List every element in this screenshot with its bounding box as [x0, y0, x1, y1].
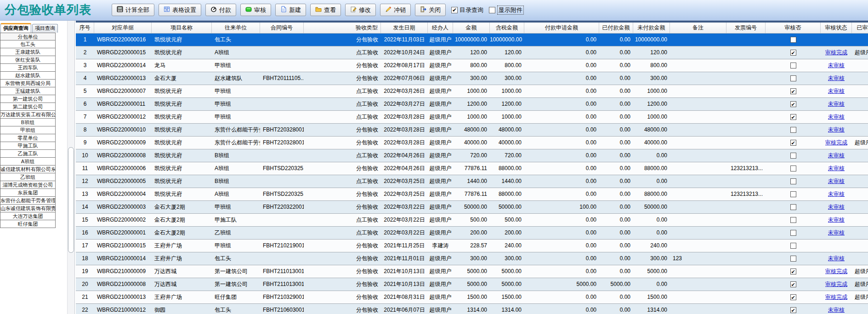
status-link[interactable]: 未审核 [828, 178, 845, 184]
column-header-invoice_no[interactable]: 发票编号 [726, 23, 766, 33]
table-row[interactable]: 1WBRGD220000016凯悦状元府包工头分包验收2022年11月03日超级… [76, 34, 868, 46]
approved-checkbox[interactable]: ✔ [790, 114, 796, 120]
column-header-remark[interactable]: 备注 [670, 23, 726, 33]
supplier-list-item[interactable]: 乙班组 [0, 173, 56, 181]
column-header-accept_type[interactable]: 验收类型 [304, 23, 381, 33]
new-document-button[interactable]: 新建 [275, 4, 306, 16]
supplier-list-item[interactable]: 诚信建筑材料有限公司东营 [0, 166, 56, 173]
column-header-paid[interactable]: 已付款金额 [599, 23, 633, 33]
table-row[interactable]: 18WBRGD210000014王府井广场包工头分包验收2021年11月01日超… [76, 252, 868, 265]
column-header-operator[interactable]: 经办人 [428, 23, 453, 33]
payment-button[interactable]: 付款 [205, 4, 236, 16]
supplier-list-item[interactable]: 东营物资局西城分局 [0, 80, 56, 87]
supplier-list-item[interactable]: 第二建筑公司 [0, 103, 56, 111]
table-row[interactable]: 7WBRGD220000012凯悦状元府甲班组点工验收2022年03月28日超级… [76, 111, 868, 124]
approved-checkbox[interactable] [790, 75, 796, 81]
column-header-approver[interactable]: 已审核人 [852, 23, 868, 33]
status-link[interactable]: 未审核 [828, 229, 845, 236]
table-row[interactable]: 3WBRGD220000014龙马甲班组分包验收2022年08月17日超级用户8… [76, 59, 868, 72]
supplier-list-item[interactable]: 甲施工队 [0, 142, 56, 150]
table-row[interactable]: 8WBRGD220000010凯悦状元府东营什么都能干劳务管...FBHT220… [76, 124, 868, 137]
status-link[interactable]: 未审核 [828, 101, 845, 107]
approved-checkbox[interactable] [790, 166, 796, 171]
supplier-list-item[interactable]: 东辰集团 [0, 189, 56, 197]
table-row[interactable]: 21WBRGD210000013王府井广场旺仔集团FBHT210329001分包… [76, 291, 868, 304]
column-header-date[interactable]: 发生日期 [381, 23, 428, 33]
table-row[interactable]: 6WBRGD220000011凯悦状元府甲班组点工验收2022年03月27日超级… [76, 98, 868, 111]
table-row[interactable]: 4WBRGD220000013金石大厦赵水建筑队FBHT20111105...分… [76, 72, 868, 85]
column-header-tax_amount[interactable]: 含税金额 [490, 23, 524, 33]
status-link[interactable]: 未审核 [828, 307, 845, 313]
column-header-amount[interactable]: 金额 [453, 23, 490, 33]
table-row[interactable]: 16WBRGD220000001金石大厦2期乙班组点工验收2022年03月22日… [76, 227, 868, 240]
supplier-list-item[interactable]: A班组 [0, 158, 56, 166]
approved-checkbox[interactable] [790, 63, 796, 69]
writeoff-pencil-button[interactable]: 冲销 [380, 4, 411, 16]
approved-checkbox[interactable] [790, 256, 796, 262]
approved-checkbox[interactable]: ✔ [790, 101, 796, 107]
supplier-list-item[interactable]: 山东诚信建筑装饰有限责任 [0, 205, 56, 212]
status-link[interactable]: 未审核 [828, 152, 845, 159]
approved-checkbox[interactable]: ✔ [790, 294, 796, 300]
column-header-counterparty[interactable]: 往来单位 [212, 23, 260, 33]
supplier-list-item[interactable]: 大连万达集团 [0, 212, 56, 220]
table-row[interactable]: 19WBRGD210000009万达西城第一建筑公司FBHT211013001分… [76, 265, 868, 278]
column-header-approved_flag[interactable]: 审核否 [766, 23, 821, 33]
supplier-list-item[interactable]: 万达建筑安装工程有限公司 [0, 111, 56, 119]
table-row[interactable]: 17WBRGD210000015王府井广场甲班组FBHT210219001分包验… [76, 240, 868, 252]
column-header-status[interactable]: 审核状态 [821, 23, 852, 33]
status-link[interactable]: 未审核 [828, 126, 845, 133]
status-link[interactable]: 审核完成 [825, 49, 847, 56]
supplier-list-item[interactable]: 旺仔集团 [0, 220, 56, 228]
status-link[interactable]: 审核完成 [825, 294, 847, 300]
table-row[interactable]: 10WBRGD220000008凯悦状元府B班组点工验收2022年04月26日超… [76, 149, 868, 162]
supplier-list-item[interactable]: 甲班组 [0, 126, 56, 134]
table-row[interactable]: 9WBRGD220000009凯悦状元府东营什么都能干劳务管...FBHT220… [76, 137, 868, 149]
folder-view-button[interactable]: 查看 [310, 4, 341, 16]
column-header-seq[interactable]: 序号 [76, 23, 94, 33]
vertical-scrollbar[interactable] [67, 21, 75, 314]
column-header-pay_request[interactable]: 付款申请金额 [524, 23, 599, 33]
approved-checkbox[interactable]: ✔ [790, 307, 796, 313]
approved-checkbox[interactable] [790, 127, 796, 133]
supplier-list-item[interactable]: 包工头 [0, 40, 56, 48]
approved-checkbox[interactable] [790, 153, 796, 159]
approved-checkbox[interactable] [790, 204, 796, 210]
status-link[interactable]: 未审核 [828, 204, 845, 210]
approved-checkbox[interactable] [790, 243, 796, 249]
status-link[interactable]: 未审核 [828, 62, 845, 69]
supplier-list-item[interactable]: 赵水建筑队 [0, 72, 56, 80]
table-row[interactable]: 11WBRGD220000006凯悦状元府A班组FBHTSD220325...分… [76, 162, 868, 175]
supplier-list-item[interactable]: 王四车队 [0, 64, 56, 72]
supplier-list-item[interactable]: 零星单位 [0, 134, 56, 142]
approved-checkbox[interactable] [790, 217, 796, 223]
tab-supplier-query[interactable]: 供应商查询 [0, 23, 31, 33]
checkbox-box[interactable]: ✔ [451, 7, 458, 13]
approved-checkbox[interactable]: ✔ [790, 140, 796, 146]
table-row[interactable]: 20WBRGD210000008万达西城第一建筑公司FBHT211013001分… [76, 278, 868, 291]
supplier-list-item[interactable]: 王猛建筑队 [0, 87, 56, 95]
table-row[interactable]: 12WBRGD220000005凯悦状元府B班组点工验收2022年03月25日超… [76, 175, 868, 188]
table-row[interactable]: 2WBRGD220000015凯悦状元府A班组点工验收2022年10月24日超级… [76, 46, 868, 59]
approved-checkbox[interactable] [790, 178, 796, 184]
status-link[interactable]: 未审核 [828, 88, 845, 94]
column-header-contract_no[interactable]: 合同编号 [260, 23, 304, 33]
close-door-button[interactable]: 关闭 [415, 4, 446, 16]
approved-checkbox[interactable] [790, 37, 796, 43]
status-link[interactable]: 未审核 [828, 217, 845, 223]
tab-project-query[interactable]: 项目查询 [32, 24, 58, 33]
table-row[interactable]: 22WBRGD210000012御园包工头FBHT210603001分包验收20… [76, 304, 868, 314]
status-link[interactable]: 未审核 [828, 255, 845, 262]
edit-button[interactable]: 修改 [345, 4, 376, 16]
supplier-list-item[interactable]: 王康建筑队 [0, 48, 56, 56]
status-link[interactable]: 未审核 [828, 191, 845, 197]
supplier-list-item[interactable]: 东营什么都能干劳务管理有 [0, 197, 56, 205]
supplier-list-item[interactable]: B班组 [0, 119, 56, 126]
table-row[interactable]: 15WBRGD220000002金石大厦2期甲施工队点工验收2022年03月22… [76, 214, 868, 227]
table-row[interactable]: 13WBRGD220000004凯悦状元府A班组FBHTSD220325...分… [76, 188, 868, 201]
status-link[interactable]: 审核完成 [825, 281, 847, 287]
approved-checkbox[interactable]: ✔ [790, 268, 796, 274]
checkbox-box[interactable] [489, 7, 495, 13]
calculator-button[interactable]: 计算全部 [112, 4, 154, 16]
table-row[interactable]: 5WBRGD220000007凯悦状元府甲班组点工验收2022年03月26日超级… [76, 85, 868, 98]
